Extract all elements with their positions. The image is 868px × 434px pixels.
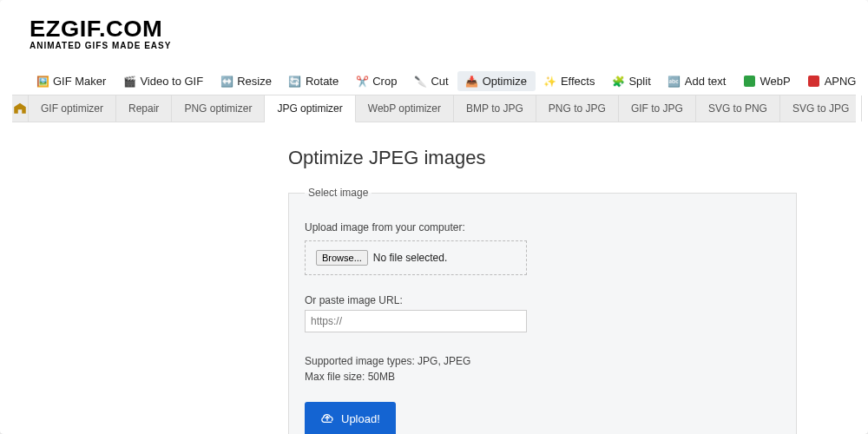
effects-icon: ✨: [544, 76, 556, 88]
support-info: Supported image types: JPG, JPEG Max fil…: [305, 353, 780, 385]
nav-label: Split: [628, 75, 650, 88]
sub-nav: GIF optimizer Repair PNG optimizer JPG o…: [12, 95, 856, 122]
nav-label: Optimize: [483, 75, 527, 88]
nav-apng[interactable]: APNG: [799, 71, 865, 91]
film-icon: 🎬: [123, 76, 135, 88]
text-icon: 🔤: [668, 76, 681, 88]
tab-label: GIF optimizer: [41, 102, 103, 115]
cloud-upload-icon: [320, 411, 334, 427]
crop-icon: ✂️: [356, 76, 368, 88]
page-heading: Optimize JPEG images: [288, 147, 856, 169]
image-icon: 🖼️: [36, 76, 49, 88]
split-icon: 🧩: [612, 76, 624, 88]
nav-cut[interactable]: 🔪Cut: [405, 71, 457, 91]
nav-label: Crop: [372, 75, 397, 88]
rotate-icon: 🔄: [289, 76, 301, 88]
nav-optimize[interactable]: 📥Optimize: [457, 71, 536, 91]
tab-label: WebP optimizer: [368, 102, 441, 115]
page-inner: EZGIF.COM ANIMATED GIFS MADE EASY 🖼️GIF …: [12, 7, 856, 434]
tab-svg-to-png[interactable]: SVG to PNG: [696, 95, 780, 122]
nav-label: Cut: [431, 75, 448, 88]
nav-avif[interactable]: 🔺AVIF: [865, 71, 868, 91]
nav-label: APNG: [825, 75, 857, 88]
home-icon: [12, 102, 28, 116]
tab-label: JPG optimizer: [277, 102, 342, 115]
nav-label: Add text: [685, 75, 727, 88]
nav-webp[interactable]: WebP: [734, 71, 799, 91]
tab-label: PNG optimizer: [184, 102, 252, 115]
upload-button[interactable]: Upload!: [305, 402, 396, 434]
nav-video-to-gif[interactable]: 🎬Video to GIF: [115, 71, 212, 91]
site-logo[interactable]: EZGIF.COM ANIMATED GIFS MADE EASY: [12, 14, 856, 50]
nav-label: WebP: [760, 75, 790, 88]
tab-label: Repair: [128, 102, 159, 115]
tab-label: PNG to JPG: [549, 102, 606, 115]
nav-label: Resize: [237, 75, 272, 88]
upload-row: Upload image from your computer: Browse.…: [305, 221, 780, 275]
nav-rotate[interactable]: 🔄Rotate: [280, 71, 347, 91]
select-image-fieldset: Select image Upload image from your comp…: [288, 187, 797, 434]
nav-effects[interactable]: ✨Effects: [536, 71, 604, 91]
page-container: EZGIF.COM ANIMATED GIFS MADE EASY 🖼️GIF …: [0, 0, 868, 434]
nav-crop[interactable]: ✂️Crop: [347, 71, 405, 91]
nav-split[interactable]: 🧩Split: [603, 71, 659, 91]
primary-nav: 🖼️GIF Maker 🎬Video to GIF ↔️Resize 🔄Rota…: [12, 50, 856, 95]
tab-png-to-jpg[interactable]: PNG to JPG: [536, 95, 619, 122]
webp-icon: [743, 76, 755, 88]
main-content: Optimize JPEG images Select image Upload…: [12, 122, 856, 434]
tab-label: BMP to JPG: [466, 102, 523, 115]
tab-label: SVG to PNG: [708, 102, 767, 115]
nav-add-text[interactable]: 🔤Add text: [660, 71, 735, 91]
file-status-text: No file selected.: [373, 252, 447, 264]
tab-repair[interactable]: Repair: [116, 95, 172, 122]
supported-types-text: Supported image types: JPG, JPEG: [305, 353, 780, 369]
logo-main-text: EZGIF.COM: [30, 17, 868, 40]
optimize-icon: 📥: [466, 76, 478, 88]
tab-svg-to-jpg[interactable]: SVG to JPG: [780, 95, 862, 122]
url-input[interactable]: [305, 310, 527, 332]
apng-icon: [808, 76, 820, 88]
tab-bmp-to-jpg[interactable]: BMP to JPG: [454, 95, 536, 122]
upload-label: Upload image from your computer:: [305, 221, 780, 233]
nav-label: Video to GIF: [140, 75, 203, 88]
tab-jpg-optimizer[interactable]: JPG optimizer: [265, 95, 355, 122]
url-label: Or paste image URL:: [305, 294, 780, 306]
sub-nav-home[interactable]: [12, 95, 29, 122]
tab-label: SVG to JPG: [792, 102, 849, 115]
nav-label: Effects: [561, 75, 595, 88]
file-drop-zone[interactable]: Browse... No file selected.: [305, 240, 527, 275]
tab-gif-to-jpg[interactable]: GIF to JPG: [619, 95, 696, 122]
tab-label: GIF to JPG: [631, 102, 683, 115]
cut-icon: 🔪: [414, 76, 426, 88]
upload-button-label: Upload!: [341, 412, 380, 425]
nav-gif-maker[interactable]: 🖼️GIF Maker: [28, 71, 115, 91]
nav-label: GIF Maker: [53, 75, 106, 88]
browse-button[interactable]: Browse...: [316, 250, 368, 266]
resize-icon: ↔️: [220, 76, 233, 88]
nav-resize[interactable]: ↔️Resize: [212, 71, 280, 91]
fieldset-legend: Select image: [305, 187, 372, 199]
nav-label: Rotate: [306, 75, 339, 88]
url-row: Or paste image URL:: [305, 294, 780, 332]
tab-webp-optimizer[interactable]: WebP optimizer: [356, 95, 454, 122]
max-size-text: Max file size: 50MB: [305, 369, 780, 385]
logo-tagline: ANIMATED GIFS MADE EASY: [30, 42, 856, 50]
tab-gif-optimizer[interactable]: GIF optimizer: [29, 95, 116, 122]
tab-png-optimizer[interactable]: PNG optimizer: [172, 95, 265, 122]
